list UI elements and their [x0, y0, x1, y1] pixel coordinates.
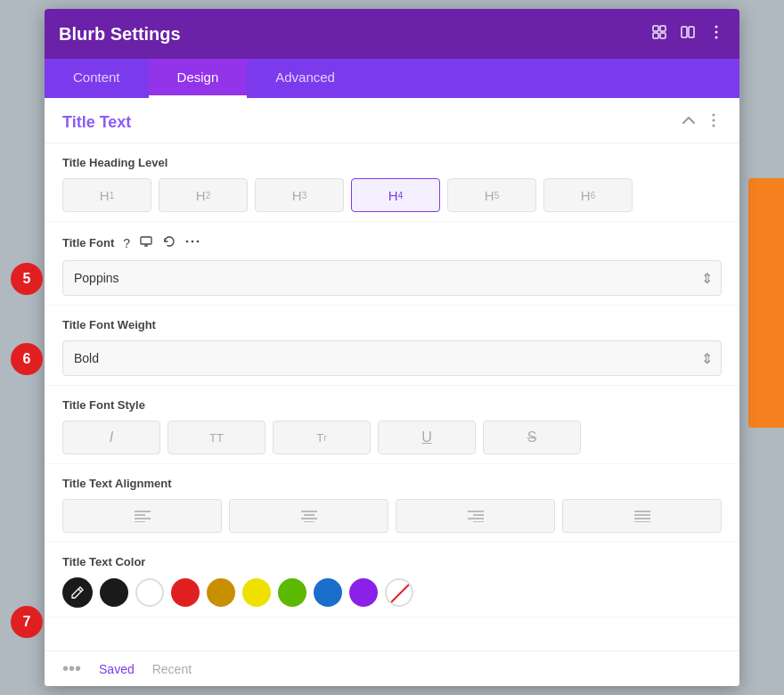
align-buttons: [62, 499, 722, 533]
heading-btn-h2[interactable]: H2: [159, 178, 248, 212]
title-font-select-wrapper: Poppins Open Sans Roboto Lato Montserrat…: [62, 260, 722, 296]
align-btn-right[interactable]: [396, 499, 555, 533]
svg-rect-1: [660, 26, 666, 31]
heading-btn-h5[interactable]: H5: [447, 178, 536, 212]
font-more-icon[interactable]: [185, 234, 200, 251]
panel-header: Blurb Settings: [45, 9, 739, 59]
heading-btn-h6[interactable]: H6: [543, 178, 633, 212]
section-header-icons: [681, 112, 722, 132]
title-font-select[interactable]: Poppins Open Sans Roboto Lato Montserrat: [62, 260, 722, 296]
style-btn-capitalize[interactable]: Tr: [273, 421, 371, 454]
tab-advanced[interactable]: Advanced: [247, 59, 363, 98]
svg-point-15: [186, 241, 189, 243]
svg-rect-4: [682, 27, 687, 37]
title-font-label: Title Font: [62, 236, 114, 249]
device-icon[interactable]: [139, 234, 153, 251]
svg-point-7: [715, 30, 718, 33]
title-heading-level-row: Title Heading Level H1 H2 H3 H4 H5 H6: [45, 143, 739, 222]
tab-saved[interactable]: Saved: [99, 662, 135, 676]
panel-content: Title Text Title Heading Level: [45, 98, 739, 650]
title-font-style-label: Title Font Style: [62, 398, 722, 412]
collapse-icon[interactable]: [681, 112, 697, 132]
title-font-weight-select-wrapper: Thin Light Regular Bold Black ⇕: [62, 340, 722, 376]
heading-buttons: H1 H2 H3 H4 H5 H6: [62, 178, 722, 212]
color-swatches: [62, 577, 722, 608]
tab-design[interactable]: Design: [149, 59, 248, 98]
svg-rect-3: [660, 33, 666, 38]
svg-rect-2: [653, 33, 658, 38]
bottom-dots[interactable]: •••: [62, 658, 81, 679]
title-font-weight-select[interactable]: Thin Light Regular Bold Black: [62, 340, 722, 376]
align-btn-center[interactable]: [229, 499, 388, 533]
title-text-alignment-label: Title Text Alignment: [62, 477, 722, 490]
orange-sidebar-bar: [748, 178, 784, 428]
color-swatch-purple[interactable]: [349, 578, 378, 607]
color-swatch-gold[interactable]: [207, 578, 235, 607]
color-swatch-yellow[interactable]: [242, 578, 271, 607]
svg-point-10: [713, 119, 715, 122]
align-btn-justify[interactable]: [562, 499, 722, 533]
step-badge-6: 6: [11, 343, 43, 375]
svg-point-11: [713, 125, 715, 127]
title-text-color-label: Title Text Color: [62, 555, 722, 568]
title-font-style-row: Title Font Style I TT Tr U S: [45, 386, 739, 464]
color-pencil-swatch[interactable]: [62, 577, 93, 608]
color-swatch-red[interactable]: [171, 578, 200, 607]
heading-btn-h1[interactable]: H1: [62, 178, 151, 212]
svg-point-16: [192, 241, 194, 243]
color-swatch-none[interactable]: [385, 578, 413, 607]
align-btn-left[interactable]: [62, 499, 222, 533]
tab-recent[interactable]: Recent: [152, 662, 192, 676]
svg-line-35: [388, 582, 412, 605]
expand-icon[interactable]: [650, 23, 668, 45]
color-swatch-green[interactable]: [278, 578, 306, 607]
help-icon[interactable]: ?: [123, 236, 130, 250]
title-font-weight-label: Title Font Weight: [62, 318, 722, 331]
step-badge-7: 7: [11, 606, 43, 638]
svg-line-34: [78, 589, 81, 592]
tabs-row: Content Design Advanced: [45, 59, 739, 98]
title-text-alignment-row: Title Text Alignment: [45, 464, 739, 543]
panel-title: Blurb Settings: [59, 24, 181, 45]
style-btn-strikethrough[interactable]: S: [483, 421, 581, 454]
style-btn-underline[interactable]: U: [378, 421, 476, 454]
title-font-row: Title Font ?: [45, 222, 739, 306]
style-btn-italic[interactable]: I: [62, 421, 160, 454]
bottom-tabs: ••• Saved Recent: [45, 650, 739, 686]
title-font-label-row: Title Font ?: [62, 234, 722, 251]
color-swatch-black[interactable]: [100, 578, 128, 607]
svg-rect-0: [653, 26, 658, 31]
blurb-settings-panel: Blurb Settings: [45, 9, 739, 686]
section-heading: Title Text: [62, 113, 131, 132]
svg-point-6: [715, 25, 718, 28]
title-text-color-row: Title Text Color: [45, 543, 739, 617]
section-title-text: Title Text: [45, 98, 739, 143]
section-more-icon[interactable]: [706, 112, 722, 132]
svg-point-17: [197, 241, 200, 243]
heading-btn-h3[interactable]: H3: [255, 178, 344, 212]
step-badge-5: 5: [11, 263, 43, 295]
title-heading-level-label: Title Heading Level: [62, 156, 722, 169]
svg-rect-5: [689, 27, 694, 37]
color-swatch-blue[interactable]: [314, 578, 342, 607]
title-font-weight-row: Title Font Weight Thin Light Regular Bol…: [45, 306, 739, 386]
color-swatch-white[interactable]: [135, 578, 164, 607]
more-options-icon[interactable]: [707, 23, 725, 45]
split-view-icon[interactable]: [679, 23, 697, 45]
reset-icon[interactable]: [162, 234, 176, 251]
svg-rect-12: [141, 237, 151, 244]
style-btn-uppercase[interactable]: TT: [167, 421, 265, 454]
svg-point-8: [715, 36, 718, 38]
heading-btn-h4[interactable]: H4: [351, 178, 440, 212]
tab-content[interactable]: Content: [45, 59, 149, 98]
header-icons: [650, 23, 725, 45]
svg-point-9: [713, 114, 715, 117]
style-buttons: I TT Tr U S: [62, 421, 722, 454]
